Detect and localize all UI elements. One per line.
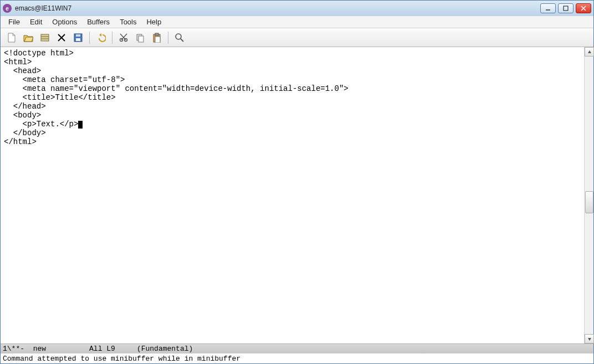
minibuffer[interactable]: Command attempted to use minibuffer whil… [1,353,593,363]
emacs-window: e emacs@IE11WIN7 File Edit Options Buffe… [0,0,594,364]
svg-rect-19 [155,33,158,35]
modeline-line: L9 [106,345,115,353]
text-editor[interactable]: <!doctype html> <html> <head> <meta char… [1,47,584,344]
menu-edit[interactable]: Edit [25,17,47,27]
modeline-modified: 1\**- [3,345,24,353]
scrollbar-thumb[interactable] [585,191,593,213]
svg-rect-20 [155,37,160,43]
titlebar[interactable]: e emacs@IE11WIN7 [1,1,593,16]
window-controls [540,3,591,13]
undo-icon[interactable] [93,30,109,45]
toolbar-separator [168,32,168,44]
search-icon[interactable] [172,30,187,45]
menubar: File Edit Options Buffers Tools Help [1,16,593,28]
svg-rect-4 [41,34,49,41]
toolbar-separator [112,32,112,44]
svg-line-15 [120,34,126,40]
maximize-button[interactable] [558,3,573,13]
svg-rect-17 [139,36,144,42]
kill-buffer-icon[interactable] [54,30,69,45]
svg-point-21 [176,34,181,39]
svg-line-22 [181,39,183,42]
emacs-app-icon: e [3,4,12,13]
open-file-icon[interactable] [21,30,36,45]
toolbar [1,28,593,47]
text-cursor [78,121,83,129]
menu-tools[interactable]: Tools [115,17,141,27]
menu-file[interactable]: File [4,17,24,27]
paste-icon[interactable] [149,30,165,45]
svg-rect-10 [76,38,80,41]
svg-rect-11 [76,34,80,37]
modeline-position: All [89,345,102,353]
svg-rect-1 [564,6,568,11]
menu-buffers[interactable]: Buffers [83,17,114,27]
toolbar-separator [89,32,90,44]
menu-options[interactable]: Options [48,17,81,27]
close-button[interactable] [576,3,591,13]
new-file-icon[interactable] [4,30,19,45]
minimize-button[interactable] [540,3,556,13]
dired-icon[interactable] [37,30,53,45]
modeline-buffer: new [33,345,46,353]
editor-area: <!doctype html> <html> <head> <meta char… [1,47,593,344]
svg-line-14 [121,34,127,40]
vertical-scrollbar[interactable] [584,47,593,344]
menu-help[interactable]: Help [142,17,166,27]
modeline[interactable]: 1\**- new All L9 (Fundamental) [1,344,593,353]
minibuffer-message: Command attempted to use minibuffer whil… [3,355,240,363]
copy-icon[interactable] [132,30,148,45]
save-icon[interactable] [70,30,86,45]
scroll-down-arrow[interactable] [585,334,594,344]
cut-icon[interactable] [116,30,131,45]
modeline-mode: (Fundamental) [137,345,193,353]
window-title: emacs@IE11WIN7 [15,4,71,12]
scroll-up-arrow[interactable] [585,47,594,57]
